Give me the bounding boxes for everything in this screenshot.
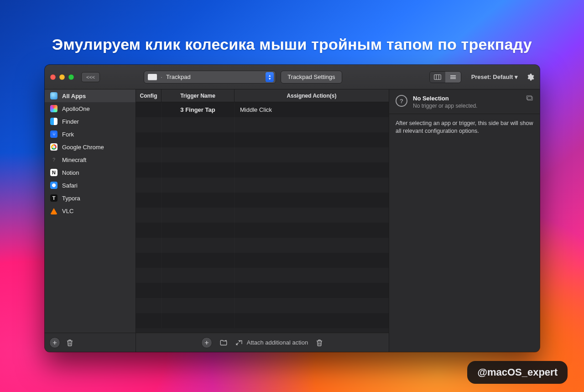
- table-row: [136, 193, 389, 208]
- attach-action-button[interactable]: Attach additional action: [235, 339, 308, 347]
- minimize-window-button[interactable]: [59, 74, 65, 80]
- app-window: <<< · Trackpad ▲▼ Trackpad Settings Pres…: [45, 65, 540, 352]
- view-mode-toggle[interactable]: [429, 71, 461, 83]
- sidebar-item[interactable]: VLC: [45, 204, 136, 217]
- cell-config: [136, 147, 162, 162]
- attach-action-label: Attach additional action: [247, 339, 308, 346]
- add-trigger-button[interactable]: [201, 337, 212, 348]
- attach-icon: [235, 339, 243, 347]
- col-header-action[interactable]: Assigned Action(s): [235, 89, 389, 102]
- sidebar-item[interactable]: Finder: [45, 115, 136, 128]
- table-row: [136, 132, 389, 147]
- back-button[interactable]: <<<: [81, 72, 100, 82]
- cell-trigger: [162, 313, 235, 328]
- vlc-icon: [50, 207, 57, 214]
- columns-icon: [434, 74, 441, 80]
- trackpad-settings-button[interactable]: Trackpad Settings: [281, 71, 342, 84]
- table-row: [136, 208, 389, 223]
- cell-trigger: [162, 147, 235, 162]
- add-app-button[interactable]: [49, 337, 60, 348]
- sidebar-footer: [45, 333, 136, 352]
- table-row: [136, 238, 389, 253]
- view-list-button[interactable]: [445, 72, 461, 83]
- sidebar-item[interactable]: NNotion: [45, 166, 136, 179]
- sidebar-item[interactable]: TTypora: [45, 192, 136, 204]
- sidebar-item-label: Finder: [62, 118, 79, 125]
- trash-icon: [315, 339, 323, 347]
- inspector-title: No Selection: [413, 95, 477, 102]
- cell-config: [136, 208, 162, 223]
- typora-icon: T: [50, 194, 57, 202]
- col-header-config[interactable]: Config: [136, 89, 162, 102]
- trigger-footer: Attach additional action: [136, 333, 389, 352]
- plus-icon: [52, 340, 58, 346]
- folder-plus-icon: [219, 339, 228, 347]
- sidebar-item[interactable]: All Apps: [45, 89, 136, 102]
- app-list: All AppsApolloOneFinder⑂ForkGoogle Chrom…: [45, 89, 136, 333]
- sidebar-item[interactable]: ?Minecraft: [45, 153, 136, 166]
- sidebar-item-label: VLC: [62, 208, 73, 214]
- sidebar-item-label: All Apps: [62, 93, 86, 99]
- device-dropdown[interactable]: · Trackpad ▲▼: [144, 71, 276, 84]
- cell-action: [235, 268, 389, 283]
- cell-action: [235, 223, 389, 238]
- cell-action: [235, 283, 389, 298]
- sidebar-item-label: Minecraft: [62, 157, 86, 163]
- delete-trigger-button[interactable]: [315, 339, 323, 347]
- sidebar-item[interactable]: ⑂Fork: [45, 128, 136, 141]
- inspector-body: After selecting an app or trigger, this …: [389, 114, 540, 141]
- cell-trigger: [162, 117, 235, 132]
- table-row[interactable]: 3 Finger TapMiddle Click: [136, 102, 389, 117]
- detach-inspector-button[interactable]: [526, 95, 533, 103]
- table-body: 3 Finger TapMiddle Click: [136, 102, 389, 333]
- cell-action: [235, 193, 389, 208]
- add-group-button[interactable]: [219, 339, 228, 347]
- cell-action: [235, 162, 389, 178]
- delete-app-button[interactable]: [66, 339, 74, 347]
- cell-config: [136, 253, 162, 268]
- sidebar-item-label: Fork: [62, 131, 74, 138]
- cell-action: [235, 208, 389, 223]
- overlay-title: Эмулируем клик колесика мыши тройным тап…: [0, 36, 584, 53]
- apollo-icon: [50, 105, 57, 112]
- col-header-trigger[interactable]: Trigger Name: [162, 89, 235, 102]
- cell-trigger: 3 Finger Tap: [162, 102, 235, 117]
- cell-action: [235, 178, 389, 193]
- notion-icon: N: [50, 169, 57, 176]
- table-row: [136, 283, 389, 298]
- table-row: [136, 117, 389, 132]
- view-columns-button[interactable]: [430, 72, 445, 83]
- zoom-window-button[interactable]: [68, 74, 74, 80]
- table-row: [136, 313, 389, 328]
- cell-config: [136, 117, 162, 132]
- mc-icon: ?: [50, 156, 57, 163]
- cell-config: [136, 223, 162, 238]
- sidebar-item[interactable]: Safari: [45, 179, 136, 192]
- svg-rect-0: [434, 74, 441, 79]
- trackpad-icon: [148, 74, 157, 80]
- fork-icon: ⑂: [50, 131, 57, 138]
- cell-trigger: [162, 283, 235, 298]
- cell-trigger: [162, 178, 235, 193]
- preset-dropdown[interactable]: Preset: Default ▾: [471, 73, 518, 80]
- device-dropdown-label: Trackpad: [166, 73, 262, 80]
- cell-action: Middle Click: [235, 102, 389, 117]
- cell-config: [136, 178, 162, 193]
- close-window-button[interactable]: [50, 74, 56, 80]
- sidebar-item[interactable]: Google Chrome: [45, 141, 136, 153]
- help-icon: ?: [396, 95, 407, 107]
- table-row: [136, 162, 389, 178]
- cell-action: [235, 117, 389, 132]
- cell-trigger: [162, 223, 235, 238]
- settings-gear-button[interactable]: [526, 73, 534, 81]
- window-icon: [526, 95, 533, 101]
- cell-action: [235, 313, 389, 328]
- cell-config: [136, 268, 162, 283]
- finder-icon: [50, 118, 57, 125]
- dropdown-stepper-icon: ▲▼: [266, 72, 274, 82]
- sidebar-item[interactable]: ApolloOne: [45, 102, 136, 115]
- cell-action: [235, 298, 389, 313]
- cell-trigger: [162, 298, 235, 313]
- inspector-panel: ? No Selection No trigger or app selecte…: [389, 89, 540, 352]
- window-controls: [50, 74, 74, 80]
